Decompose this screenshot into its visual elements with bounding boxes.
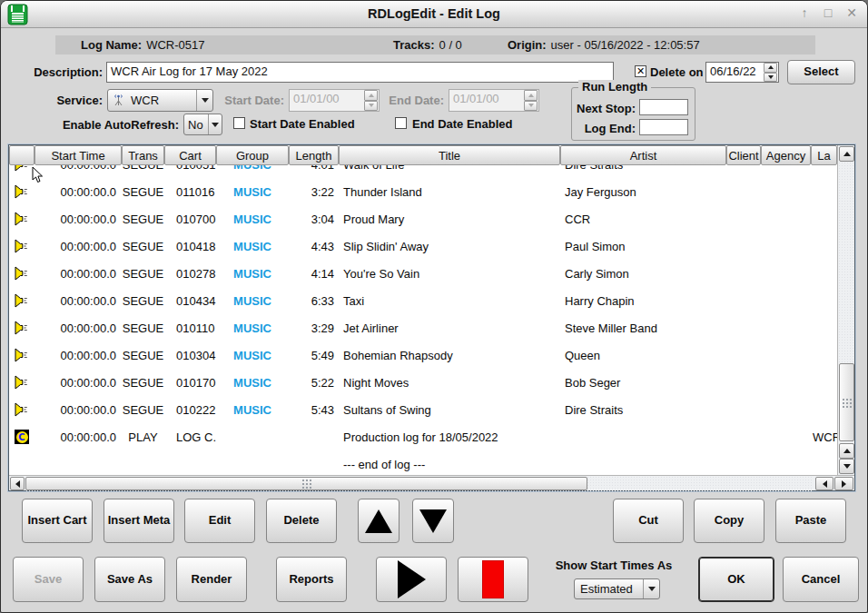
cell-start_time: 00:00:00.0 — [35, 165, 122, 172]
column-header-client[interactable]: Client — [726, 145, 761, 165]
column-header-artist[interactable]: Artist — [560, 145, 726, 165]
tracks-label: Tracks: — [393, 38, 435, 52]
move-up-button[interactable] — [358, 499, 399, 543]
cell-start_time: 00:00:00.0 — [35, 213, 122, 226]
edit-button[interactable]: Edit — [184, 499, 255, 543]
cell-trans: SEGUE — [122, 267, 164, 281]
table-row[interactable]: 00:00:00.0SEGUE010170MUSIC5:22Night Move… — [9, 369, 837, 396]
cell-artist: Dire Straits — [560, 403, 726, 417]
cancel-button[interactable]: Cancel — [783, 557, 859, 602]
table-row[interactable]: 00:00:00.0SEGUE010278MUSIC4:14You're So … — [9, 260, 837, 287]
cell-trans: SEGUE — [122, 321, 164, 335]
table-row[interactable]: 00:00:00.0SEGUE010051MUSIC4:01Walk of Li… — [9, 165, 837, 178]
cell-start_time: 00:00:00.0 — [35, 430, 122, 444]
start-date-enabled-checkbox[interactable] — [233, 117, 245, 129]
scroll-up-button[interactable] — [839, 146, 854, 162]
column-header-start_time[interactable]: Start Time — [35, 145, 122, 165]
cell-trans: SEGUE — [122, 294, 164, 308]
play-button[interactable] — [376, 557, 447, 602]
scroll-left-button[interactable] — [10, 477, 25, 490]
log-name-value: WCR-0517 — [146, 38, 204, 52]
start-date-spinner — [364, 90, 378, 111]
table-row[interactable]: 00:00:00.0SEGUE010434MUSIC6:33TaxiHarry … — [9, 287, 837, 314]
antenna-icon — [112, 94, 125, 107]
delete-button[interactable]: Delete — [266, 499, 337, 543]
cell-length: 4:14 — [289, 267, 339, 281]
scroll-down-button[interactable] — [839, 459, 854, 474]
scroll-left-button-2[interactable] — [815, 477, 833, 490]
delete-on-checkbox[interactable]: ✕ — [635, 65, 646, 77]
table-row[interactable]: 00:00:00.0SEGUE010110MUSIC3:29Jet Airlin… — [9, 314, 837, 341]
table-row[interactable]: 00:00:00.0SEGUE010222MUSIC5:43Sultans of… — [9, 396, 837, 423]
column-header-label[interactable]: La — [811, 145, 837, 165]
scroll-right-button[interactable] — [834, 477, 853, 490]
save-button[interactable]: Save — [13, 557, 84, 602]
end-date-enabled-checkbox[interactable] — [395, 117, 407, 129]
shade-icon[interactable]: ↑ — [796, 5, 813, 20]
hscroll-thumb[interactable] — [25, 477, 587, 490]
column-header-trans[interactable]: Trans — [122, 145, 164, 165]
save-as-button[interactable]: Save As — [94, 557, 165, 602]
stop-icon — [482, 560, 504, 598]
end-date-label: End Date: — [386, 94, 444, 107]
cell-title: Slip Slidin' Away — [339, 240, 560, 253]
description-input[interactable]: WCR Air Log for 17 May 2022 — [106, 62, 614, 83]
delete-date-spinner — [764, 63, 777, 82]
paste-button[interactable]: Paste — [775, 499, 846, 543]
up-arrow-icon — [843, 152, 851, 156]
render-button[interactable]: Render — [176, 557, 247, 602]
table-row[interactable]: 00:00:00.0SEGUE010700MUSIC3:04Proud Mary… — [9, 205, 837, 232]
tracks: Tracks:0 / 0 — [393, 38, 462, 52]
log-end-label: Log End: — [574, 122, 636, 135]
cell-start_time: 00:00:00.0 — [35, 376, 122, 390]
log-end-field — [639, 119, 688, 135]
cell-group: MUSIC — [216, 267, 289, 281]
cell-cart: LOG C... — [164, 430, 216, 444]
tracks-value: 0 / 0 — [439, 38, 462, 52]
grip-dots-icon — [301, 479, 311, 489]
maximize-icon[interactable]: □ — [820, 5, 836, 20]
close-icon[interactable]: ✕ — [843, 5, 860, 20]
speaker-icon — [9, 314, 35, 341]
column-header-cart[interactable]: Cart — [164, 145, 216, 165]
scroll-up-button-2[interactable] — [839, 443, 854, 459]
show-start-times-select[interactable]: Estimated — [574, 578, 660, 599]
reports-button[interactable]: Reports — [276, 557, 347, 602]
move-down-button[interactable] — [412, 499, 454, 543]
autorefresh-select[interactable]: No — [183, 114, 222, 135]
down-arrow-icon — [768, 75, 774, 79]
column-header-title[interactable]: Title — [339, 145, 560, 165]
service-select[interactable]: WCR — [107, 89, 213, 112]
copy-button[interactable]: Copy — [694, 499, 764, 543]
column-header-icon[interactable] — [9, 145, 35, 165]
ok-button[interactable]: OK — [698, 557, 774, 602]
table-row[interactable]: 00:00:00.0SEGUE010418MUSIC4:43Slip Slidi… — [9, 232, 837, 260]
speaker-icon — [9, 205, 35, 232]
column-header-length[interactable]: Length — [289, 145, 339, 165]
info-bar: Log Name:WCR-0517 Tracks:0 / 0 Origin:us… — [55, 35, 815, 54]
stop-button[interactable] — [458, 557, 528, 602]
horizontal-scrollbar[interactable] — [9, 475, 854, 490]
cell-start_time: 00:00:00.0 — [35, 185, 122, 199]
cell-artist: Jay Ferguson — [560, 185, 726, 199]
vscroll-thumb[interactable] — [839, 363, 854, 441]
column-header-group[interactable]: Group — [216, 145, 289, 165]
table-row[interactable]: 00:00:00.0SEGUE010304MUSIC5:49Bohemian R… — [9, 341, 837, 369]
end-of-log-row[interactable]: --- end of log --- — [9, 450, 837, 475]
down-arrow-icon — [528, 104, 534, 107]
speaker-icon — [9, 341, 35, 369]
up-triangle-icon — [365, 509, 392, 533]
insert-cart-button[interactable]: Insert Cart — [22, 499, 93, 543]
column-header-agency[interactable]: Agency — [761, 145, 811, 165]
table-row[interactable]: C00:00:00.0PLAYLOG C...Production log fo… — [9, 423, 837, 450]
cell-group: MUSIC — [216, 349, 289, 362]
spinner-up-button[interactable] — [764, 63, 777, 73]
cut-button[interactable]: Cut — [613, 499, 684, 543]
vertical-scrollbar[interactable] — [837, 145, 854, 475]
dropdown-arrow — [643, 579, 659, 598]
table-row[interactable]: 00:00:00.0SEGUE011016MUSIC3:22Thunder Is… — [9, 178, 837, 205]
select-button[interactable]: Select — [787, 60, 855, 84]
spinner-down-button[interactable] — [764, 73, 777, 83]
cell-start_time: 00:00:00.0 — [35, 349, 122, 362]
insert-meta-button[interactable]: Insert Meta — [104, 499, 174, 543]
